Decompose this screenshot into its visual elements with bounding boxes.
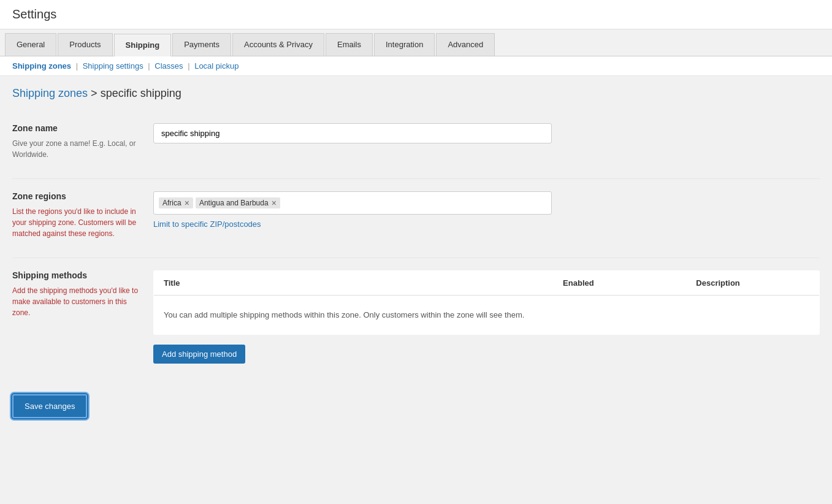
breadcrumb: Shipping zones > specific shipping [0,76,832,105]
zone-name-content [153,123,820,160]
limit-zip-link[interactable]: Limit to specific ZIP/postcodes [153,220,261,229]
subnav: Shipping zones | Shipping settings | Cla… [0,56,832,76]
shipping-methods-tbody: You can add multiple shipping methods wi… [154,296,820,335]
shipping-methods-label: Shipping methods Add the shipping method… [12,270,153,364]
shipping-methods-title: Shipping methods [12,270,141,280]
zone-regions-description: List the regions you'd like to include i… [12,206,141,239]
region-search-input[interactable] [283,199,546,208]
save-changes-button[interactable]: Save changes [12,394,87,418]
breadcrumb-current: specific shipping [101,87,181,99]
tab-emails[interactable]: Emails [326,33,373,56]
tab-accounts-privacy[interactable]: Accounts & Privacy [232,33,324,56]
zone-name-input[interactable] [153,123,552,143]
zone-regions-title: Zone regions [12,191,141,201]
breadcrumb-link[interactable]: Shipping zones [12,87,88,99]
region-tag-africa: Africa× [159,197,193,208]
tab-shipping[interactable]: Shipping [114,34,172,56]
tab-products[interactable]: Products [58,33,112,56]
col-enabled: Enabled [553,271,686,296]
tab-payments[interactable]: Payments [172,33,231,56]
breadcrumb-separator: > [91,87,101,99]
zone-regions-input-wrapper[interactable]: Africa×Antigua and Barbuda× [153,191,552,215]
empty-message: You can add multiple shipping methods wi… [154,296,820,335]
zone-name-title: Zone name [12,123,141,133]
region-tag-label-antigua-barbuda: Antigua and Barbuda [199,199,269,207]
region-tag-remove-africa[interactable]: × [185,199,189,207]
empty-row: You can add multiple shipping methods wi… [154,296,820,335]
shipping-methods-table: Title Enabled Description You can add mu… [153,270,820,335]
zone-regions-section: Zone regions List the regions you'd like… [12,179,820,239]
page-title: Settings [0,0,832,29]
subnav-item-local-pickup[interactable]: Local pickup [194,61,239,71]
subnav-item-classes[interactable]: Classes [155,61,183,71]
add-shipping-method-button[interactable]: Add shipping method [153,345,245,364]
shipping-methods-content: Title Enabled Description You can add mu… [153,270,820,364]
zone-name-label: Zone name Give your zone a name! E.g. Lo… [12,123,153,160]
zone-regions-label: Zone regions List the regions you'd like… [12,191,153,239]
limit-link: Limit to specific ZIP/postcodes [153,220,820,229]
zone-name-section: Zone name Give your zone a name! E.g. Lo… [12,111,820,160]
region-tag-remove-antigua-barbuda[interactable]: × [272,199,277,207]
shipping-methods-description: Add the shipping methods you'd like to m… [12,285,141,318]
subnav-item-shipping-zones[interactable]: Shipping zones [12,61,71,71]
col-title: Title [154,271,554,296]
tab-general[interactable]: General [5,33,56,56]
zone-name-description: Give your zone a name! E.g. Local, or Wo… [12,138,141,160]
col-description: Description [686,271,819,296]
shipping-methods-thead: Title Enabled Description [154,271,820,296]
tabs-bar: GeneralProductsShippingPaymentsAccounts … [0,29,832,56]
tab-advanced[interactable]: Advanced [436,33,495,56]
zone-regions-content: Africa×Antigua and Barbuda× Limit to spe… [153,191,820,239]
region-tag-antigua-barbuda: Antigua and Barbuda× [196,197,280,208]
shipping-methods-section: Shipping methods Add the shipping method… [12,258,820,364]
subnav-item-shipping-settings[interactable]: Shipping settings [83,61,143,71]
tab-integration[interactable]: Integration [374,33,435,56]
region-tag-label-africa: Africa [162,199,181,207]
